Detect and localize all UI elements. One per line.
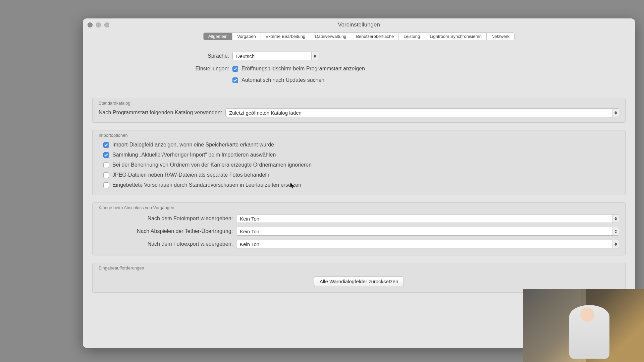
sound-import-value: Kein Ton — [236, 216, 612, 222]
tabbar: Allgemein Vorgaben Externe Bearbeitung D… — [203, 33, 515, 40]
catalog-select[interactable]: Zuletzt geöffneten Katalog laden — [225, 108, 619, 117]
tab-presets[interactable]: Vorgaben — [232, 33, 261, 40]
ignore-camera-folders-checkbox[interactable] — [103, 162, 109, 168]
section-title: Klänge beim Abschluss von Vorgängen — [93, 203, 625, 212]
import-option-row: JPEG-Dateien neben RAW-Dateien als separ… — [93, 170, 625, 180]
catalog-value: Zuletzt geöffneten Katalog laden — [226, 110, 612, 116]
import-dialog-checkbox[interactable] — [103, 142, 109, 148]
language-value: Deutsch — [233, 53, 311, 59]
catalog-label: Nach Programmstart folgenden Katalog ver… — [99, 110, 222, 116]
chevron-updown-icon — [612, 227, 619, 235]
window-controls — [88, 22, 109, 27]
sound-export-label: Nach dem Fotoexport wiedergeben: — [99, 241, 233, 247]
tab-network[interactable]: Netzwerk — [487, 33, 514, 40]
close-icon[interactable] — [88, 22, 93, 27]
replace-embedded-previews-checkbox[interactable] — [103, 182, 109, 188]
person-icon — [569, 305, 609, 359]
language-label: Sprache: — [92, 53, 232, 59]
language-select[interactable]: Deutsch — [232, 52, 318, 60]
sound-export-select[interactable]: Kein Ton — [236, 240, 619, 248]
section-title: Importoptionen — [93, 130, 625, 140]
tab-performance[interactable]: Leistung — [399, 33, 425, 40]
updates-checkbox[interactable] — [232, 77, 238, 83]
chevron-updown-icon — [311, 52, 318, 60]
tab-general[interactable]: Allgemein — [204, 33, 232, 40]
default-catalog-section: Standardkatalog Nach Programmstart folge… — [92, 98, 626, 123]
sound-tether-label: Nach Abspielen der Tether-Übertragung: — [99, 228, 233, 234]
splash-checkbox[interactable] — [232, 66, 238, 72]
prompts-section: Eingabeaufforderungen Alle Warndialogfel… — [92, 263, 626, 293]
content-area: Sprache: Deutsch Einstellungen: Eröffnun… — [92, 45, 626, 293]
minimize-icon[interactable] — [96, 22, 101, 27]
import-option-row: Sammlung „Aktueller/Vorheriger Import“ b… — [93, 150, 625, 160]
updates-label: Automatisch nach Updates suchen — [241, 77, 324, 83]
import-option-row: Bei der Benennung von Ordnern von der Ka… — [93, 160, 625, 170]
chevron-updown-icon — [612, 215, 619, 223]
jpeg-separate-checkbox[interactable] — [103, 172, 109, 178]
settings-label: Einstellungen: — [92, 66, 232, 72]
sound-export-value: Kein Ton — [236, 241, 612, 247]
splash-label: Eröffnungsbildschirm beim Programmstart … — [241, 66, 365, 72]
ignore-camera-folders-label: Bei der Benennung von Ordnern von der Ka… — [112, 162, 312, 168]
jpeg-separate-label: JPEG-Dateien neben RAW-Dateien als separ… — [112, 172, 269, 178]
tab-file-handling[interactable]: Dateiverwaltung — [310, 33, 351, 40]
sound-import-label: Nach dem Fotoimport wiedergeben: — [99, 216, 233, 222]
select-current-import-checkbox[interactable] — [103, 152, 109, 158]
import-dialog-label: Import-Dialogfeld anzeigen, wenn eine Sp… — [112, 142, 274, 148]
import-option-row: Import-Dialogfeld anzeigen, wenn eine Sp… — [93, 140, 625, 150]
tab-external-editing[interactable]: Externe Bearbeitung — [261, 33, 311, 40]
chevron-updown-icon — [612, 109, 619, 117]
section-title: Standardkatalog — [93, 98, 625, 108]
chevron-updown-icon — [612, 240, 619, 248]
zoom-icon[interactable] — [104, 22, 109, 27]
replace-embedded-previews-label: Eingebettete Vorschauen durch Standardvo… — [112, 182, 301, 188]
completion-sounds-section: Klänge beim Abschluss von Vorgängen Nach… — [92, 202, 626, 255]
titlebar: Voreinstellungen — [83, 18, 635, 31]
window-title: Voreinstellungen — [83, 21, 635, 28]
sound-tether-select[interactable]: Kein Ton — [236, 227, 619, 236]
import-options-section: Importoptionen Import-Dialogfeld anzeige… — [92, 130, 626, 195]
tab-interface[interactable]: Benutzeroberfläche — [351, 33, 399, 40]
webcam-overlay — [523, 289, 644, 362]
sound-tether-value: Kein Ton — [236, 229, 612, 234]
select-current-import-label: Sammlung „Aktueller/Vorheriger Import“ b… — [112, 152, 276, 158]
tabbar-container: Allgemein Vorgaben Externe Bearbeitung D… — [83, 33, 635, 40]
general-group: Sprache: Deutsch Einstellungen: Eröffnun… — [92, 45, 626, 96]
import-option-row: Eingebettete Vorschauen durch Standardvo… — [93, 180, 625, 190]
tab-lightroom-sync[interactable]: Lightroom Synchronisieren — [425, 33, 487, 40]
sound-import-select[interactable]: Kein Ton — [236, 214, 619, 223]
reset-warnings-button[interactable]: Alle Warndialogfelder zurücksetzen — [314, 277, 404, 286]
section-title: Eingabeaufforderungen — [93, 263, 625, 273]
